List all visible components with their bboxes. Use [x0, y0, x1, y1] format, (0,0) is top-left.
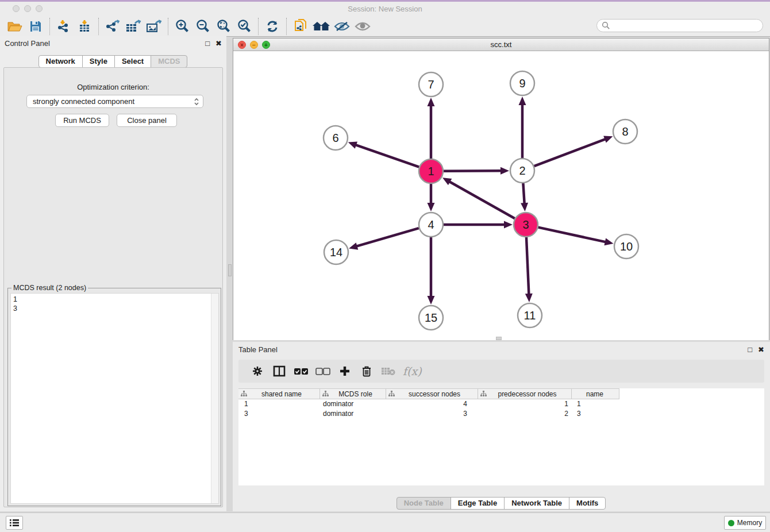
tab-network[interactable]: Network — [38, 55, 83, 68]
network-window-title: scc.txt — [233, 38, 769, 51]
close-window-button[interactable] — [13, 5, 20, 12]
panel-splitter-handle[interactable] — [228, 264, 232, 276]
chevron-up-down-icon — [194, 98, 199, 106]
zoom-fit-icon[interactable] — [213, 18, 234, 35]
graph-node-label: 11 — [524, 309, 536, 322]
search-field[interactable] — [596, 19, 763, 32]
table-row[interactable]: 3 dominator 3 2 3 — [238, 409, 764, 419]
column-header-successor-nodes[interactable]: successor nodes — [386, 389, 478, 399]
graph-edge-arrowhead — [349, 242, 358, 249]
hide-selected-eye-icon[interactable] — [332, 18, 352, 35]
mcds-result-list[interactable]: 1 3 — [10, 293, 219, 504]
maximize-window-button[interactable] — [36, 5, 43, 12]
settings-gear-icon[interactable] — [247, 363, 268, 380]
graph-node-label: 10 — [620, 240, 633, 253]
column-header-predecessor-nodes[interactable]: predecessor nodes — [478, 389, 572, 399]
toolbar-separator — [168, 18, 168, 35]
export-image-icon[interactable] — [144, 18, 164, 35]
close-view-button[interactable]: × — [238, 41, 246, 49]
save-session-icon[interactable] — [25, 18, 46, 35]
function-builder-icon[interactable]: f(x) — [399, 363, 422, 380]
tab-edge-table[interactable]: Edge Table — [451, 497, 505, 510]
table-row[interactable]: 1 dominator 4 1 1 — [238, 399, 764, 409]
graph-edge-3-11[interactable] — [526, 237, 529, 295]
float-table-panel-icon[interactable]: □ — [748, 346, 752, 353]
deselect-all-icon[interactable] — [312, 363, 334, 380]
window-title: Session: New Session — [0, 2, 770, 16]
toolbar-separator — [98, 18, 99, 35]
result-scrollbar[interactable] — [211, 294, 218, 503]
memory-button[interactable]: Memory — [724, 516, 766, 530]
close-panel-icon[interactable]: ✖ — [215, 40, 222, 47]
search-icon — [602, 21, 610, 30]
graph-edge-3-1[interactable] — [449, 182, 514, 219]
delete-column-trash-icon[interactable] — [356, 363, 378, 380]
zoom-out-icon[interactable] — [192, 18, 213, 35]
mcds-tab-content: Optimization criterion: strongly connect… — [3, 67, 223, 507]
add-column-icon[interactable] — [334, 363, 356, 380]
import-network-icon[interactable] — [53, 18, 74, 35]
graph-edge-arrowhead — [521, 203, 528, 211]
task-history-button[interactable] — [6, 516, 23, 530]
graph-node-label: 2 — [519, 164, 525, 177]
graph-node-label: 14 — [330, 246, 342, 259]
node-table[interactable]: shared name MCDS role successor nodes pr… — [238, 388, 764, 485]
export-network-icon[interactable] — [102, 18, 123, 35]
network-canvas[interactable]: 7968124314101511 — [233, 51, 769, 340]
float-panel-icon[interactable]: □ — [205, 40, 210, 47]
control-panel-tabs: Network Style Select MCDS — [0, 55, 226, 68]
show-all-eye-icon[interactable] — [352, 18, 373, 35]
cell-name: 1 — [572, 399, 619, 409]
graph-edge-arrowhead — [603, 136, 613, 142]
column-header-shared-name[interactable]: shared name — [238, 389, 320, 399]
optimization-criterion-select[interactable]: strongly connected component — [26, 95, 203, 108]
graph-edge-4-14[interactable] — [356, 228, 419, 246]
tab-mcds[interactable]: MCDS — [151, 55, 187, 68]
optimization-criterion-label: Optimization criterion: — [4, 83, 222, 91]
graph-node-label: 1 — [428, 165, 434, 178]
home-icon[interactable] — [311, 18, 332, 35]
column-header-name[interactable]: name — [572, 389, 619, 399]
tab-motifs[interactable]: Motifs — [569, 497, 606, 510]
close-table-panel-icon[interactable]: ✖ — [758, 346, 764, 353]
maximize-view-button[interactable]: + — [262, 41, 270, 49]
graph-node-label: 4 — [428, 218, 434, 231]
clone-network-icon[interactable] — [290, 18, 311, 35]
select-all-icon[interactable] — [290, 363, 312, 380]
graph-edge-arrowhead — [519, 97, 526, 105]
export-table-icon[interactable] — [123, 18, 144, 35]
network-window-titlebar[interactable]: × − + scc.txt — [233, 38, 769, 51]
minimize-window-button[interactable] — [24, 5, 31, 12]
cell-predecessor-nodes: 1 — [478, 399, 572, 409]
graph-edge-1-2[interactable] — [444, 171, 502, 171]
tab-node-table[interactable]: Node Table — [396, 497, 451, 510]
memory-status-icon — [728, 520, 734, 526]
split-columns-icon[interactable] — [268, 363, 290, 380]
tab-select[interactable]: Select — [114, 55, 151, 68]
open-session-icon[interactable] — [5, 18, 25, 35]
delete-table-icon[interactable] — [378, 363, 399, 380]
graph-node-label: 8 — [622, 125, 628, 138]
zoom-selected-icon[interactable] — [234, 18, 255, 35]
control-panel: Control Panel □ ✖ Network Style Select M… — [0, 36, 226, 511]
canvas-resize-handle[interactable] — [496, 337, 502, 340]
tab-style[interactable]: Style — [82, 55, 115, 68]
run-mcds-button[interactable]: Run MCDS — [55, 114, 109, 127]
graph-edge-2-8[interactable] — [534, 139, 606, 166]
column-header-mcds-role[interactable]: MCDS role — [320, 389, 386, 399]
zoom-in-icon[interactable] — [172, 18, 192, 35]
graph-edge-arrowhead — [428, 296, 435, 304]
cell-mcds-role: dominator — [320, 399, 386, 409]
column-type-icon — [480, 391, 487, 397]
import-table-icon[interactable] — [74, 18, 95, 35]
graph-edge-2-3[interactable] — [523, 183, 524, 204]
graph-edge-1-6[interactable] — [355, 145, 419, 167]
refresh-icon[interactable] — [262, 18, 283, 35]
minimize-view-button[interactable]: − — [250, 41, 258, 49]
tab-network-table[interactable]: Network Table — [504, 497, 569, 510]
graph-edge-3-10[interactable] — [538, 228, 606, 242]
cell-name: 3 — [572, 409, 619, 419]
close-panel-button[interactable]: Close panel — [117, 114, 177, 127]
table-panel-title: Table Panel — [238, 345, 278, 354]
table-toolbar: f(x) — [238, 360, 764, 383]
